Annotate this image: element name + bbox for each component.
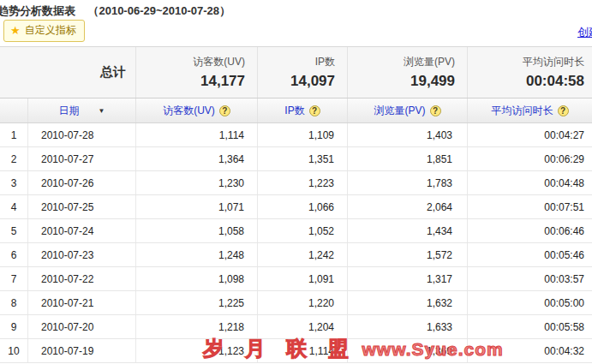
help-icon[interactable]: ? [219,105,230,116]
table-row: 5 2010-07-24 1,058 1,052 1,434 00:06:46 [0,219,592,243]
row-pv-cell: 1,632 [347,291,467,314]
header-pv[interactable]: 浏览量(PV) ? [347,98,467,122]
row-ip-cell: 1,052 [257,219,347,242]
sort-desc-icon[interactable]: ▼ [99,107,105,115]
row-uv-cell: 1,218 [135,315,257,338]
row-index-cell: 5 [0,219,27,242]
row-date-cell: 2010-07-25 [27,195,135,218]
create-link[interactable]: 创建 [577,25,592,40]
table-body: 1 2010-07-28 1,114 1,109 1,403 00:04:27 … [0,123,592,363]
summary-duration-value: 00:04:58 [526,73,584,90]
row-pv-cell: 1,434 [347,219,467,242]
row-pv-cell: 1,633 [347,315,467,338]
row-duration-cell: 00:05:58 [467,315,592,338]
row-pv-cell: 1,317 [347,267,467,290]
summary-uv-cell: 访客数(UV) 14,177 [135,47,257,98]
row-index-cell: 10 [0,339,27,362]
summary-duration-label: 平均访问时长 [523,55,584,69]
row-uv-cell: 1,114 [135,123,257,146]
row-uv-cell: 1,230 [135,171,257,194]
row-uv-cell: 1,225 [135,291,257,314]
summary-uv-value: 14,177 [200,73,245,90]
summary-ip-cell: IP数 14,097 [257,47,347,98]
row-ip-cell: 1,242 [257,243,347,266]
table-row: 4 2010-07-25 1,071 1,066 2,064 00:07:51 [0,195,592,219]
page-title: 趋势分析数据表 [0,4,75,17]
row-index-cell: 2 [0,147,27,170]
table-row: 8 2010-07-21 1,225 1,220 1,632 00:05:00 [0,291,592,315]
row-duration-cell: 00:03:57 [467,267,592,290]
summary-ip-value: 14,097 [290,73,335,90]
row-duration-cell: 00:04:48 [467,171,592,194]
row-pv-cell: 1,403 [347,123,467,146]
help-icon[interactable]: ? [558,105,569,116]
row-index-cell: 7 [0,267,27,290]
header-date-label: 日期 [59,104,80,118]
row-duration-cell: 00:05:46 [467,243,592,266]
star-icon: ★ [10,25,21,36]
row-date-cell: 2010-07-19 [27,339,135,362]
row-date-cell: 2010-07-23 [27,243,135,266]
analytics-trend-page: 趋势分析数据表 （2010-06-29~2010-07-28） ★ 自定义指标 … [0,0,592,364]
header-duration-label: 平均访问时长 [492,104,553,118]
row-duration-cell: 00:04:27 [467,123,592,146]
summary-total-cell: 总计 [0,47,135,98]
help-icon[interactable]: ? [309,105,320,116]
summary-pv-value: 19,499 [410,73,455,90]
summary-pv-label: 浏览量(PV) [404,55,455,69]
table-row: 6 2010-07-23 1,248 1,242 1,572 00:05:46 [0,243,592,267]
table-row: 10 2010-07-19 1,123 1,114 1,369 00:04:32 [0,339,592,363]
row-duration-cell: 00:06:46 [467,219,592,242]
header-uv-label: 访客数(UV) [163,104,215,118]
page-header: 趋势分析数据表 （2010-06-29~2010-07-28） ★ 自定义指标 … [0,0,592,47]
summary-total-label: 总计 [100,64,126,81]
row-index-cell: 8 [0,291,27,314]
row-uv-cell: 1,364 [135,147,257,170]
help-icon[interactable]: ? [430,105,441,116]
row-date-cell: 2010-07-21 [27,291,135,314]
row-date-cell: 2010-07-27 [27,147,135,170]
row-pv-cell: 1,572 [347,243,467,266]
table-row: 3 2010-07-26 1,230 1,223 1,783 00:04:48 [0,171,592,195]
table-row: 7 2010-07-22 1,098 1,091 1,317 00:03:57 [0,267,592,291]
custom-metric-button[interactable]: ★ 自定义指标 [3,20,85,42]
row-uv-cell: 1,098 [135,267,257,290]
row-ip-cell: 1,114 [257,339,347,362]
header-date[interactable]: 日期 ▼ [27,98,135,122]
row-date-cell: 2010-07-22 [27,267,135,290]
row-date-cell: 2010-07-26 [27,171,135,194]
summary-uv-label: 访客数(UV) [193,55,245,69]
header-ip[interactable]: IP数 ? [257,98,347,122]
header-uv[interactable]: 访客数(UV) ? [135,98,257,122]
header-pv-label: 浏览量(PV) [374,104,426,118]
row-pv-cell: 2,064 [347,195,467,218]
title-row: 趋势分析数据表 （2010-06-29~2010-07-28） [0,0,592,19]
row-pv-cell: 1,369 [347,339,467,362]
table-header-row: 日期 ▼ 访客数(UV) ? IP数 ? 浏览量(PV) ? 平均访问时长 ? [0,98,592,123]
row-date-cell: 2010-07-20 [27,315,135,338]
row-index-cell: 9 [0,315,27,338]
row-ip-cell: 1,223 [257,171,347,194]
row-ip-cell: 1,204 [257,315,347,338]
table-row: 9 2010-07-20 1,218 1,204 1,633 00:05:58 [0,315,592,339]
row-duration-cell: 00:07:51 [467,195,592,218]
header-ip-label: IP数 [284,104,304,118]
row-duration-cell: 00:04:32 [467,339,592,362]
row-ip-cell: 1,109 [257,123,347,146]
row-pv-cell: 1,851 [347,147,467,170]
row-uv-cell: 1,248 [135,243,257,266]
table-row: 2 2010-07-27 1,364 1,351 1,851 00:06:29 [0,147,592,171]
date-range: （2010-06-29~2010-07-28） [87,4,230,17]
row-date-cell: 2010-07-24 [27,219,135,242]
row-pv-cell: 1,783 [347,171,467,194]
row-date-cell: 2010-07-28 [27,123,135,146]
table-row: 1 2010-07-28 1,114 1,109 1,403 00:04:27 [0,123,592,147]
row-ip-cell: 1,351 [257,147,347,170]
row-ip-cell: 1,220 [257,291,347,314]
row-uv-cell: 1,123 [135,339,257,362]
header-index-cell [0,98,27,122]
header-duration[interactable]: 平均访问时长 ? [467,98,592,122]
row-duration-cell: 00:06:29 [467,147,592,170]
row-index-cell: 6 [0,243,27,266]
summary-duration-cell: 平均访问时长 00:04:58 [467,47,592,98]
